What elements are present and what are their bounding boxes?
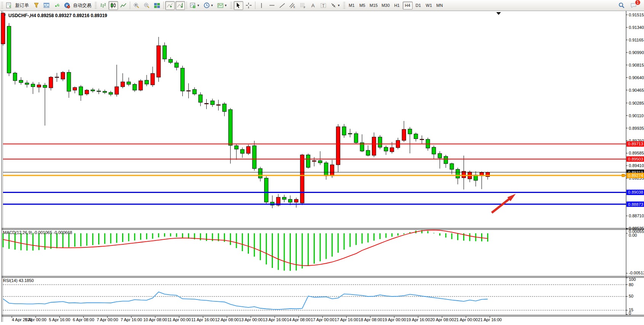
price-axis-label: 0.90465 [629, 88, 644, 92]
macd-axis-label: -0.00513 [629, 271, 644, 275]
chart-window-icon [43, 2, 50, 9]
autotrading-label[interactable]: 自动交易 [73, 2, 91, 9]
indicators-button[interactable]: ▼ [188, 1, 201, 10]
date-axis-label: 7 Apr 00:00 [97, 317, 118, 322]
new-order-button[interactable] [5, 1, 14, 10]
bar-chart-icon [100, 2, 106, 9]
tab-timeframe-h4[interactable]: H4 [403, 2, 413, 10]
date-axis-label: 13 Apr 16:00 [263, 317, 287, 322]
horizontal-line-icon [269, 2, 275, 9]
notifications-button[interactable]: 1 [629, 1, 638, 10]
chevron-down-icon: ▼ [197, 4, 200, 7]
arrows-button[interactable]: ▼ [329, 1, 342, 10]
macd-axis-label: 0.00 [629, 233, 637, 237]
svg-text:T: T [322, 3, 325, 8]
date-axis-label: 19 Apr 16:00 [406, 317, 430, 322]
text-label-button[interactable]: T [319, 1, 328, 10]
tile-windows-button[interactable] [152, 1, 162, 10]
auto-scroll-button[interactable] [165, 1, 175, 10]
svg-text:0.89274: 0.89274 [628, 173, 643, 178]
price-axis-label: 0.90640 [629, 75, 644, 80]
date-axis-label: 6 Apr 08:00 [73, 317, 94, 322]
rsi-indicator-label: RSI(14) 43.1850 [3, 278, 34, 283]
price-axis-label: 0.90815 [629, 63, 644, 67]
tab-timeframe-m15[interactable]: M15 [368, 2, 379, 10]
date-axis-label: 19 Apr 00:00 [383, 317, 406, 322]
trendline-button[interactable] [277, 1, 287, 10]
vertical-line-button[interactable] [257, 1, 266, 10]
chart-title-ohlc: USDCHF-,H4 0.89258 0.89327 0.89216 0.893… [8, 13, 107, 18]
zoom-out-button[interactable] [142, 1, 151, 10]
svg-text:A: A [311, 3, 315, 8]
price-axis-label: 0.89935 [629, 126, 644, 131]
autotrading-button[interactable] [62, 1, 72, 10]
price-axis-label: 0.91165 [629, 38, 644, 42]
search-button[interactable] [617, 1, 626, 10]
fibonacci-button[interactable]: F [298, 1, 308, 10]
price-axis-label: 0.90990 [629, 50, 644, 55]
templates-button[interactable]: ▼ [216, 1, 229, 10]
autotrading-icon [64, 2, 70, 9]
svg-text:F: F [304, 6, 305, 9]
chart-window[interactable]: 0.915150.913400.911650.909900.908150.906… [0, 11, 644, 325]
date-axis-label: 17 Apr 16:00 [335, 317, 358, 322]
price-axis-label: 0.88710 [629, 213, 644, 218]
rsi-axis-label: 0 [629, 311, 631, 315]
editor-button[interactable] [32, 1, 41, 10]
label-tool-icon: T [320, 2, 327, 9]
bar-chart-button[interactable] [98, 1, 108, 10]
crosshair-icon [245, 2, 252, 9]
tab-timeframe-w1[interactable]: W1 [424, 2, 434, 10]
horizontal-line-button[interactable] [267, 1, 277, 10]
date-axis-label: 17 Apr 00:00 [311, 317, 334, 322]
periods-button[interactable]: ▼ [202, 1, 215, 10]
signals-button[interactable] [52, 1, 62, 10]
svg-text:0.89503: 0.89503 [628, 157, 643, 161]
toolbar-grip[interactable] [1, 2, 3, 9]
date-axis-label: 5 Apr 00:00 [25, 317, 46, 322]
toolbar-grip[interactable] [230, 2, 233, 9]
tab-timeframe-m1[interactable]: M1 [347, 2, 357, 10]
candlestick-chart-button[interactable] [108, 1, 118, 10]
svg-text:E: E [293, 6, 295, 8]
crosshair-button[interactable] [244, 1, 253, 10]
date-axis-label: 18 Apr 08:00 [359, 317, 382, 322]
chevron-down-icon: ▼ [337, 4, 340, 7]
zoom-out-icon [143, 2, 150, 9]
new-order-label[interactable]: 新订单 [15, 2, 29, 9]
text-button[interactable]: A [308, 1, 318, 10]
one-click-collapse-icon[interactable]: ▼ [3, 13, 6, 17]
chevron-down-icon: ▼ [210, 4, 214, 7]
tab-timeframe-m5[interactable]: M5 [357, 2, 367, 10]
tab-timeframe-m30[interactable]: M30 [380, 2, 391, 10]
tab-timeframe-h1[interactable]: H1 [392, 2, 402, 10]
date-axis-label: 7 Apr 16:00 [121, 317, 142, 322]
date-axis-label: 21 Apr 16:00 [478, 317, 502, 322]
tab-timeframe-d1[interactable]: D1 [413, 2, 423, 10]
chart-canvas[interactable]: 0.915150.913400.911650.909900.908150.906… [0, 11, 644, 325]
line-chart-button[interactable] [119, 1, 128, 10]
clock-icon [204, 2, 210, 9]
chart-shift-icon [177, 2, 183, 9]
cursor-icon [235, 2, 242, 9]
rsi-axis-label: 50 [629, 294, 633, 298]
date-axis-label: 5 Apr 16:00 [49, 317, 70, 322]
tab-timeframe-mn[interactable]: MN [435, 2, 445, 10]
cursor-button[interactable] [234, 1, 243, 10]
new-order-icon [6, 2, 13, 9]
price-axis-label: 0.89410 [629, 163, 644, 168]
market-watch-button[interactable] [42, 1, 51, 10]
auto-scroll-icon [167, 2, 173, 9]
zoom-in-button[interactable] [132, 1, 141, 10]
zoom-in-icon [133, 2, 140, 9]
rsi-axis-label: 100 [629, 277, 636, 282]
toolbar-grip[interactable] [94, 2, 97, 9]
search-icon [618, 2, 625, 9]
channel-icon: E [289, 2, 296, 9]
toolbar-grip[interactable] [343, 2, 346, 9]
date-axis-label: 11 Apr 00:00 [167, 317, 191, 322]
date-axis-label: 21 Apr 00:00 [454, 317, 478, 322]
chart-shift-button[interactable] [175, 1, 185, 10]
channel-button[interactable]: E [288, 1, 297, 10]
date-axis-label: 10 Apr 08:00 [143, 317, 167, 322]
